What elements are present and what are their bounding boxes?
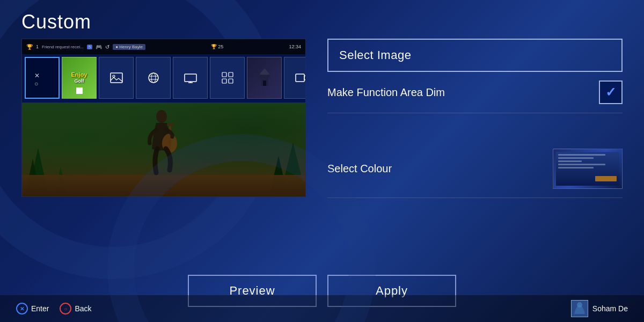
svg-point-4 xyxy=(149,73,158,83)
preview-panel: 🏆 1 Friend request recei... 5 🎮 ↺ ● Henr… xyxy=(21,39,306,197)
ps4-apps-icon xyxy=(210,57,245,99)
settings-panel: Select Image Make Function Area Dim ✓ Se… xyxy=(327,39,623,264)
svg-rect-8 xyxy=(185,74,196,82)
svg-marker-19 xyxy=(259,68,270,75)
ps4-xo-icon: ✕ ○ xyxy=(25,57,60,99)
thumb-accent xyxy=(595,176,617,181)
friend-notification: Friend request recei... xyxy=(42,45,84,49)
ps4-tv-icon xyxy=(173,57,208,99)
thumb-row-4 xyxy=(558,164,605,165)
thumb-row-5 xyxy=(558,167,594,169)
select-image-button[interactable]: Select Image xyxy=(327,39,623,72)
svg-point-21 xyxy=(156,110,167,123)
spacer xyxy=(327,113,623,129)
game-background xyxy=(22,103,306,196)
page-title: Custom xyxy=(0,0,644,39)
ps4-topbar: 🏆 1 Friend request recei... 5 🎮 ↺ ● Henr… xyxy=(22,39,305,54)
checkmark-icon: ✓ xyxy=(605,85,616,100)
select-colour-label: Select Colour xyxy=(327,163,392,175)
ps4-video-icon xyxy=(284,57,306,99)
svg-point-5 xyxy=(151,73,156,83)
svg-text:○: ○ xyxy=(34,80,38,87)
trophy-count: 25 xyxy=(218,44,223,49)
user-avatar xyxy=(571,300,588,317)
make-dim-row: Make Function Area Dim ✓ xyxy=(327,72,623,113)
user-tag: ● Henry Bayle xyxy=(113,44,145,50)
thumb-row-3 xyxy=(558,160,582,162)
bottom-controls: ✕ Enter ○ Back xyxy=(16,303,92,314)
ps4-www-icon xyxy=(136,57,171,99)
enter-label: Enter xyxy=(31,304,49,313)
back-label: Back xyxy=(75,304,91,313)
x-button-icon: ✕ xyxy=(16,303,28,314)
clock: 12:34 xyxy=(289,44,301,49)
ground xyxy=(22,175,306,196)
trophy-icon: 🏆 xyxy=(26,44,33,50)
select-colour-row[interactable]: Select Colour xyxy=(327,140,623,198)
svg-rect-18 xyxy=(263,80,266,86)
colour-thumbnail xyxy=(553,149,623,189)
ps4-castle-icon xyxy=(247,57,282,99)
user-info: Soham De xyxy=(571,300,628,317)
controller-icon: 🎮 xyxy=(96,44,102,50)
make-dim-checkbox[interactable]: ✓ xyxy=(599,80,623,104)
svg-text:✕: ✕ xyxy=(34,72,40,79)
svg-rect-20 xyxy=(296,74,304,82)
circle-button-icon: ○ xyxy=(60,303,71,314)
make-dim-label: Make Function Area Dim xyxy=(327,86,445,99)
character-silhouette xyxy=(129,106,194,178)
back-control: ○ Back xyxy=(60,303,91,314)
svg-rect-12 xyxy=(229,72,233,77)
ps4-image-icon xyxy=(99,57,134,99)
enter-control: ✕ Enter xyxy=(16,303,49,314)
ps4-game-row: ✕ ○ Enjoy Golf xyxy=(22,54,305,103)
ps4-enjoy-golf-icon: Enjoy Golf xyxy=(62,57,97,99)
svg-rect-24 xyxy=(167,123,173,126)
bottom-bar: ✕ Enter ○ Back Soham De xyxy=(0,295,644,322)
thumb-row-2 xyxy=(558,157,594,159)
ps4-info-row: Start Enjoy Golf xyxy=(22,196,305,197)
main-content: 🏆 1 Friend request recei... 5 🎮 ↺ ● Henr… xyxy=(0,39,644,264)
svg-rect-14 xyxy=(229,79,233,83)
notification-count: 5 xyxy=(87,45,92,49)
refresh-icon: ↺ xyxy=(105,44,109,50)
svg-rect-2 xyxy=(111,73,122,83)
svg-point-26 xyxy=(577,302,582,308)
thumb-row-1 xyxy=(558,154,605,156)
player-level: 1 xyxy=(36,44,39,49)
svg-rect-11 xyxy=(222,72,226,77)
svg-rect-13 xyxy=(222,79,226,83)
trophy-bar-icon: 🏆 xyxy=(211,44,217,49)
user-name: Soham De xyxy=(592,304,628,313)
